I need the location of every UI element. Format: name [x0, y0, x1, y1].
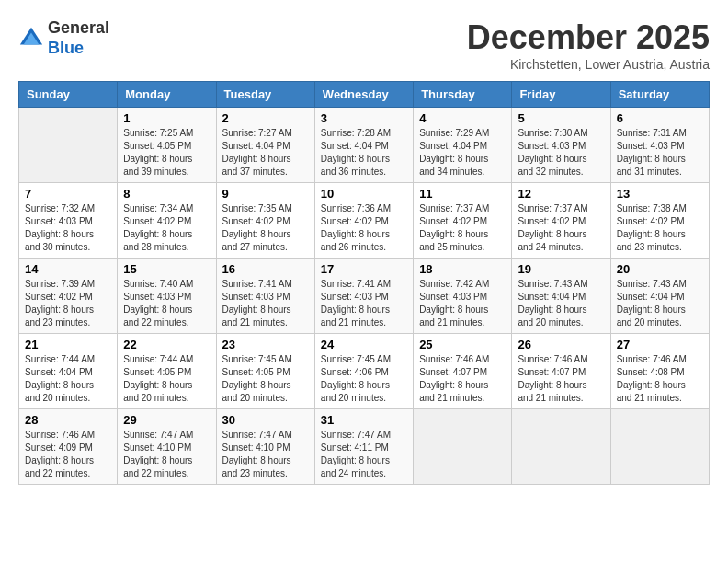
day-number: 22	[123, 338, 210, 351]
day-of-week-header: Wednesday	[314, 82, 413, 108]
day-number: 19	[518, 262, 604, 276]
calendar-day-cell: 29 Sunrise: 7:47 AM Sunset: 4:10 PM Dayl…	[118, 409, 216, 485]
day-number: 11	[419, 187, 506, 201]
calendar-day-cell: 6 Sunrise: 7:31 AM Sunset: 4:03 PM Dayli…	[610, 108, 709, 183]
calendar-day-cell: 21 Sunrise: 7:44 AM Sunset: 4:04 PM Dayl…	[19, 334, 118, 409]
calendar-day-cell: 30 Sunrise: 7:47 AM Sunset: 4:10 PM Dayl…	[216, 409, 314, 485]
day-of-week-header: Monday	[118, 82, 216, 108]
calendar-day-cell: 4 Sunrise: 7:29 AM Sunset: 4:04 PM Dayli…	[414, 108, 512, 183]
day-number: 6	[617, 111, 703, 125]
day-number: 5	[518, 111, 604, 125]
calendar-day-cell: 20 Sunrise: 7:43 AM Sunset: 4:04 PM Dayl…	[610, 259, 709, 334]
day-number: 8	[123, 187, 210, 201]
day-number: 27	[617, 338, 703, 351]
day-number: 7	[25, 187, 111, 201]
day-of-week-header: Sunday	[19, 82, 118, 108]
day-number: 31	[321, 413, 407, 427]
calendar-table: SundayMondayTuesdayWednesdayThursdayFrid…	[18, 81, 710, 485]
day-number: 25	[419, 338, 506, 351]
day-number: 9	[222, 187, 309, 201]
day-number: 30	[222, 413, 309, 427]
day-info: Sunrise: 7:30 AM Sunset: 4:03 PM Dayligh…	[518, 127, 604, 178]
calendar-day-cell: 23 Sunrise: 7:45 AM Sunset: 4:05 PM Dayl…	[216, 334, 314, 409]
month-title: December 2025	[467, 18, 710, 57]
day-info: Sunrise: 7:35 AM Sunset: 4:02 PM Dayligh…	[222, 202, 309, 254]
day-number: 16	[222, 262, 309, 276]
calendar-day-cell: 15 Sunrise: 7:40 AM Sunset: 4:03 PM Dayl…	[118, 259, 216, 334]
day-info: Sunrise: 7:46 AM Sunset: 4:09 PM Dayligh…	[25, 429, 111, 480]
day-number: 28	[25, 413, 111, 427]
day-info: Sunrise: 7:40 AM Sunset: 4:03 PM Dayligh…	[123, 278, 210, 329]
day-of-week-header: Friday	[512, 82, 610, 108]
day-number: 29	[123, 413, 210, 427]
day-info: Sunrise: 7:37 AM Sunset: 4:02 PM Dayligh…	[419, 202, 506, 254]
day-info: Sunrise: 7:41 AM Sunset: 4:03 PM Dayligh…	[321, 278, 407, 329]
calendar-day-cell: 19 Sunrise: 7:43 AM Sunset: 4:04 PM Dayl…	[512, 259, 610, 334]
day-info: Sunrise: 7:45 AM Sunset: 4:06 PM Dayligh…	[321, 353, 407, 405]
calendar-day-cell: 13 Sunrise: 7:38 AM Sunset: 4:02 PM Dayl…	[610, 183, 709, 259]
calendar-day-cell: 14 Sunrise: 7:39 AM Sunset: 4:02 PM Dayl…	[19, 259, 118, 334]
day-number: 14	[25, 262, 111, 276]
calendar-day-cell: 1 Sunrise: 7:25 AM Sunset: 4:05 PM Dayli…	[118, 108, 216, 183]
calendar-day-cell: 5 Sunrise: 7:30 AM Sunset: 4:03 PM Dayli…	[512, 108, 610, 183]
day-info: Sunrise: 7:25 AM Sunset: 4:05 PM Dayligh…	[123, 127, 210, 178]
calendar-day-cell: 7 Sunrise: 7:32 AM Sunset: 4:03 PM Dayli…	[19, 183, 118, 259]
day-info: Sunrise: 7:38 AM Sunset: 4:02 PM Dayligh…	[617, 202, 703, 254]
day-number: 15	[123, 262, 210, 276]
calendar-day-cell: 27 Sunrise: 7:46 AM Sunset: 4:08 PM Dayl…	[610, 334, 709, 409]
day-info: Sunrise: 7:47 AM Sunset: 4:10 PM Dayligh…	[123, 429, 210, 480]
calendar-day-cell: 24 Sunrise: 7:45 AM Sunset: 4:06 PM Dayl…	[314, 334, 413, 409]
calendar-day-cell: 12 Sunrise: 7:37 AM Sunset: 4:02 PM Dayl…	[512, 183, 610, 259]
calendar-day-cell: 17 Sunrise: 7:41 AM Sunset: 4:03 PM Dayl…	[314, 259, 413, 334]
calendar-day-cell: 2 Sunrise: 7:27 AM Sunset: 4:04 PM Dayli…	[216, 108, 314, 183]
day-of-week-header: Thursday	[414, 82, 512, 108]
day-info: Sunrise: 7:34 AM Sunset: 4:02 PM Dayligh…	[123, 202, 210, 254]
day-number: 13	[617, 187, 703, 201]
day-number: 1	[123, 111, 210, 125]
day-number: 2	[222, 111, 309, 125]
day-info: Sunrise: 7:27 AM Sunset: 4:04 PM Dayligh…	[222, 127, 309, 178]
day-info: Sunrise: 7:39 AM Sunset: 4:02 PM Dayligh…	[25, 278, 111, 329]
day-number: 10	[321, 187, 407, 201]
logo-blue-text: Blue	[48, 39, 84, 57]
day-info: Sunrise: 7:36 AM Sunset: 4:02 PM Dayligh…	[321, 202, 407, 254]
calendar-week-row: 21 Sunrise: 7:44 AM Sunset: 4:04 PM Dayl…	[19, 334, 710, 409]
day-info: Sunrise: 7:42 AM Sunset: 4:03 PM Dayligh…	[419, 278, 506, 329]
calendar-day-cell: 22 Sunrise: 7:44 AM Sunset: 4:05 PM Dayl…	[118, 334, 216, 409]
day-info: Sunrise: 7:46 AM Sunset: 4:07 PM Dayligh…	[518, 353, 604, 405]
calendar-week-row: 7 Sunrise: 7:32 AM Sunset: 4:03 PM Dayli…	[19, 183, 710, 259]
calendar-week-row: 28 Sunrise: 7:46 AM Sunset: 4:09 PM Dayl…	[19, 409, 710, 485]
logo-general-text: General	[48, 18, 109, 37]
calendar-day-cell: 10 Sunrise: 7:36 AM Sunset: 4:02 PM Dayl…	[314, 183, 413, 259]
calendar-week-row: 1 Sunrise: 7:25 AM Sunset: 4:05 PM Dayli…	[19, 108, 710, 183]
calendar-day-cell: 3 Sunrise: 7:28 AM Sunset: 4:04 PM Dayli…	[314, 108, 413, 183]
calendar-day-cell	[512, 409, 610, 485]
day-number: 23	[222, 338, 309, 351]
day-info: Sunrise: 7:37 AM Sunset: 4:02 PM Dayligh…	[518, 202, 604, 254]
calendar-day-cell: 11 Sunrise: 7:37 AM Sunset: 4:02 PM Dayl…	[414, 183, 512, 259]
calendar-day-cell: 26 Sunrise: 7:46 AM Sunset: 4:07 PM Dayl…	[512, 334, 610, 409]
calendar-day-cell: 31 Sunrise: 7:47 AM Sunset: 4:11 PM Dayl…	[314, 409, 413, 485]
location-text: Kirchstetten, Lower Austria, Austria	[467, 57, 710, 72]
day-info: Sunrise: 7:43 AM Sunset: 4:04 PM Dayligh…	[518, 278, 604, 329]
title-block: December 2025 Kirchstetten, Lower Austri…	[467, 18, 710, 72]
day-of-week-header: Saturday	[610, 82, 709, 108]
day-info: Sunrise: 7:44 AM Sunset: 4:05 PM Dayligh…	[123, 353, 210, 405]
calendar-day-cell	[19, 108, 118, 183]
calendar-header-row: SundayMondayTuesdayWednesdayThursdayFrid…	[19, 82, 710, 108]
day-info: Sunrise: 7:44 AM Sunset: 4:04 PM Dayligh…	[25, 353, 111, 405]
calendar-day-cell: 8 Sunrise: 7:34 AM Sunset: 4:02 PM Dayli…	[118, 183, 216, 259]
day-number: 17	[321, 262, 407, 276]
day-info: Sunrise: 7:46 AM Sunset: 4:08 PM Dayligh…	[617, 353, 703, 405]
day-info: Sunrise: 7:32 AM Sunset: 4:03 PM Dayligh…	[25, 202, 111, 254]
day-info: Sunrise: 7:41 AM Sunset: 4:03 PM Dayligh…	[222, 278, 309, 329]
day-number: 4	[419, 111, 506, 125]
page-header: General Blue December 2025 Kirchstetten,…	[18, 18, 710, 72]
calendar-day-cell	[414, 409, 512, 485]
day-number: 18	[419, 262, 506, 276]
day-info: Sunrise: 7:43 AM Sunset: 4:04 PM Dayligh…	[617, 278, 703, 329]
calendar-day-cell: 28 Sunrise: 7:46 AM Sunset: 4:09 PM Dayl…	[19, 409, 118, 485]
day-number: 20	[617, 262, 703, 276]
logo: General Blue	[18, 18, 109, 58]
day-number: 24	[321, 338, 407, 351]
